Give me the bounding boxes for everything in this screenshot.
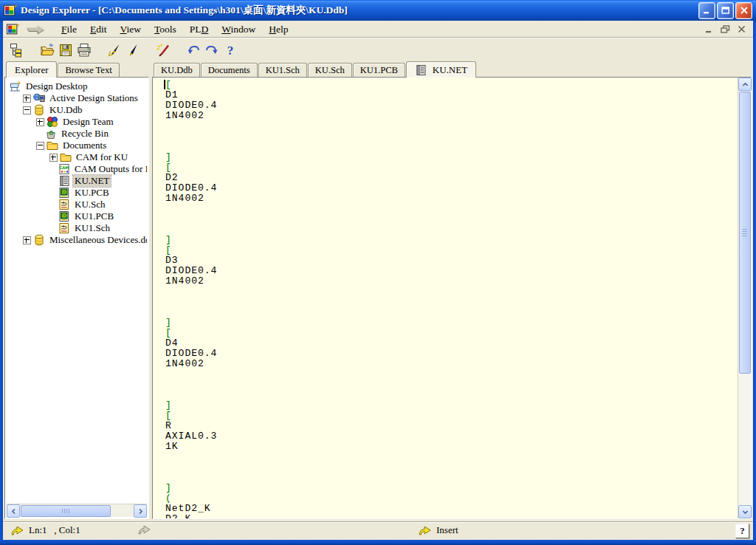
tree-item-cam-outputs-for-ku[interactable]: CAMCAM Outputs for KU: [7, 163, 147, 175]
editor-line: 1N4002: [165, 193, 738, 204]
editor-line: [165, 121, 738, 131]
pen-button[interactable]: [123, 40, 142, 58]
panel-tab-browse-text[interactable]: Browse Text: [58, 63, 119, 77]
tree-horizontal-scrollbar[interactable]: [7, 504, 147, 517]
tree-item-cam-for-ku[interactable]: CAM for KU: [7, 151, 147, 163]
tree-item-recycle-bin[interactable]: ♻Recycle Bin: [7, 128, 147, 140]
doc-tab-ku-net[interactable]: KU.NET: [406, 61, 476, 78]
tree-item-label: KU1.PCB: [73, 210, 115, 222]
tree-item-documents[interactable]: Documents: [7, 140, 147, 151]
tree-item-ku1-pcb[interactable]: KU1.PCB: [7, 210, 147, 222]
help-button[interactable]: ?: [735, 524, 749, 538]
tab-label: Documents: [208, 65, 250, 76]
menu-pld[interactable]: PLD: [183, 23, 216, 36]
chevron-down-icon: [742, 505, 749, 518]
open-button[interactable]: [38, 40, 56, 58]
tree-item-ku-net[interactable]: KU.NET: [7, 175, 147, 187]
tree-item-ku-sch[interactable]: KU.Sch: [7, 199, 147, 210]
collapse-icon[interactable]: [23, 106, 31, 114]
tree-item-label: CAM Outputs for KU: [73, 163, 147, 175]
secondary-status: [137, 524, 151, 535]
tree-item-ku-pcb[interactable]: KU.PCB: [7, 187, 147, 199]
tree-item-design-team[interactable]: Design Team: [7, 116, 147, 128]
scroll-left-button[interactable]: [7, 504, 20, 518]
tree-item-label: Recycle Bin: [60, 128, 110, 140]
editor-line: [165, 204, 738, 214]
redo-button[interactable]: [202, 40, 221, 58]
netlist-text-editor[interactable]: [D1DIODE0.41N4002 ][D2DIODE0.41N4002 ][D…: [153, 78, 738, 518]
mdi-minimize-button[interactable]: [703, 24, 715, 35]
doc-tab-documents[interactable]: Documents: [201, 63, 258, 77]
explorer-panel-tabs: ExplorerBrowse Text: [4, 61, 149, 77]
editor-line: [: [165, 162, 738, 173]
menu-window[interactable]: Window: [215, 23, 262, 36]
cutter-button[interactable]: [105, 40, 123, 58]
editor-line: ]: [165, 235, 738, 245]
netlist-icon: [415, 64, 427, 76]
menu-edit[interactable]: Edit: [83, 23, 114, 36]
doc-tab-ku-sch[interactable]: KU.Sch: [308, 63, 352, 77]
svg-text:?: ?: [227, 44, 233, 58]
doc-tab-ku1-pcb[interactable]: KU1.PCB: [353, 63, 405, 77]
sch-icon: [58, 222, 70, 234]
scrollbar-thumb[interactable]: [21, 505, 111, 517]
menu-help[interactable]: Help: [262, 23, 295, 36]
explorer-toggle-button[interactable]: [7, 40, 26, 58]
maximize-button[interactable]: [717, 2, 734, 19]
minimize-button[interactable]: [698, 2, 715, 19]
editor-line: [165, 307, 738, 318]
editor-line: ]: [165, 152, 738, 162]
scroll-up-button[interactable]: [738, 78, 752, 91]
expand-icon[interactable]: [23, 236, 31, 244]
mdi-close-button[interactable]: [735, 24, 747, 35]
wand-icon: [156, 43, 168, 55]
scroll-down-button[interactable]: [738, 505, 752, 518]
tree-item-active-design-stations[interactable]: Active Design Stations: [7, 92, 147, 104]
editor-line: [165, 369, 738, 380]
design-tree[interactable]: Design DesktopActive Design StationsKU.D…: [7, 79, 147, 504]
help-button[interactable]: ?: [221, 40, 239, 58]
window-border-right: [753, 21, 756, 545]
toolbar-group: [38, 40, 93, 58]
document-app-icon[interactable]: [7, 23, 19, 35]
doc-tab-ku1-sch[interactable]: KU1.Sch: [258, 63, 307, 77]
expand-icon[interactable]: [49, 154, 58, 162]
panel-tab-explorer[interactable]: Explorer: [6, 61, 57, 78]
editor-line: (: [165, 493, 738, 504]
doc-tab-ku-ddb[interactable]: KU.Ddb: [154, 63, 200, 77]
netlist-icon: [58, 175, 70, 187]
window-border-bottom: [0, 540, 756, 545]
undo-button[interactable]: [184, 40, 202, 58]
tree-item-miscellaneous-devices-ddb[interactable]: Miscellaneous Devices.ddb: [7, 234, 147, 246]
menu-tools[interactable]: Tools: [148, 23, 183, 36]
close-button[interactable]: [735, 2, 752, 19]
tree-item-label: Design Team: [61, 116, 115, 128]
chevron-left-icon: [10, 504, 17, 518]
collapse-icon[interactable]: [36, 142, 44, 150]
print-button[interactable]: [75, 40, 93, 58]
editor-vertical-scrollbar[interactable]: [738, 78, 751, 518]
chevron-right-icon: [137, 504, 144, 518]
toolbar-group: ?: [184, 40, 239, 58]
editor-line: DIODE0.4: [165, 100, 738, 111]
scroll-right-button[interactable]: [134, 504, 147, 518]
scrollbar-track[interactable]: [738, 374, 751, 505]
expand-icon[interactable]: [36, 118, 44, 126]
mdi-restore-button[interactable]: [719, 24, 731, 35]
editor-line: [165, 224, 738, 235]
design-manager-arrow-icon[interactable]: [25, 24, 47, 35]
database-icon: [33, 234, 45, 246]
menu-file[interactable]: File: [55, 23, 83, 36]
help-button-label: ?: [740, 525, 745, 537]
scrollbar-thumb[interactable]: [739, 92, 751, 374]
save-button[interactable]: [56, 40, 75, 58]
expand-icon[interactable]: [23, 95, 31, 103]
tree-item-design-desktop[interactable]: Design Desktop: [7, 80, 147, 92]
editor-container: [D1DIODE0.41N4002 ][D2DIODE0.41N4002 ][D…: [152, 77, 752, 519]
window-border-left: [0, 21, 3, 545]
document-panel: KU.DdbDocumentsKU1.SchKU.SchKU1.PCBKU.NE…: [152, 61, 752, 519]
menu-view[interactable]: View: [114, 23, 148, 36]
wand-button[interactable]: [154, 40, 172, 58]
tree-item-ku-ddb[interactable]: KU.Ddb: [7, 104, 147, 116]
tree-item-ku1-sch[interactable]: KU1.Sch: [7, 222, 147, 234]
